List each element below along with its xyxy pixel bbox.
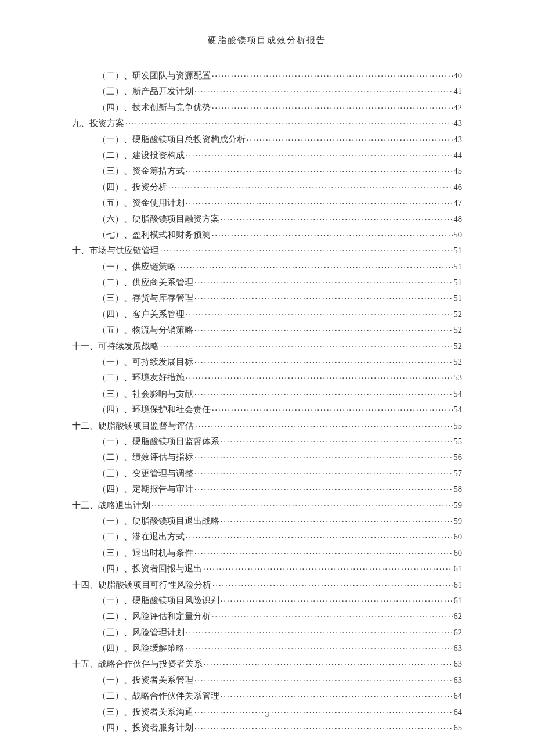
toc-leader-dots (186, 165, 453, 174)
toc-entry: （四）、投资分析46 (72, 182, 462, 192)
toc-entry-title: 十二、硬脂酸镁项目监督与评估 (72, 422, 194, 430)
toc-entry: （六）、硬脂酸镁项目融资方案48 (72, 214, 462, 224)
table-of-contents: （二）、研发团队与资源配置40（三）、新产品开发计划41（四）、技术创新与竞争优… (72, 70, 462, 732)
toc-leader-dots (186, 150, 453, 158)
toc-entry-title: （一）、硬脂酸镁项目监督体系 (98, 437, 219, 446)
toc-leader-dots (177, 261, 453, 269)
toc-entry-page: 62 (454, 628, 463, 637)
toc-leader-dots (221, 436, 453, 444)
toc-entry-title: （四）、定期报告与审计 (98, 485, 193, 494)
toc-leader-dots (194, 325, 453, 333)
toc-leader-dots (194, 277, 453, 285)
toc-entry-page: 48 (454, 215, 463, 224)
toc-leader-dots (212, 102, 453, 110)
toc-entry: （一）、供应链策略51 (72, 261, 462, 271)
toc-entry: （三）、资金筹措方式45 (72, 165, 462, 175)
toc-entry-page: 51 (454, 246, 463, 255)
toc-leader-dots (194, 484, 453, 492)
toc-leader-dots (204, 658, 453, 667)
toc-entry: （二）、研发团队与资源配置40 (72, 70, 462, 80)
toc-entry-page: 54 (454, 405, 463, 414)
toc-entry-title: （四）、投资者服务计划 (98, 723, 193, 732)
toc-entry-title: （四）、风险缓解策略 (98, 644, 185, 653)
toc-entry-title: （二）、绩效评估与指标 (98, 453, 193, 462)
toc-entry-page: 60 (454, 549, 463, 557)
toc-leader-dots (194, 86, 453, 94)
toc-entry: （二）、环境友好措施53 (72, 372, 462, 382)
toc-entry-page: 44 (454, 151, 463, 160)
toc-entry-title: （七）、盈利模式和财务预测 (98, 231, 211, 239)
toc-entry-page: 61 (454, 564, 463, 573)
toc-entry-title: （五）、资金使用计划 (98, 199, 185, 207)
toc-entry: （四）、客户关系管理52 (72, 309, 462, 319)
toc-leader-dots (212, 579, 453, 588)
toc-entry-page: 51 (454, 294, 463, 303)
toc-entry: （三）、变更管理与调整57 (72, 468, 462, 478)
toc-entry-title: 十一、可持续发展战略 (72, 342, 159, 351)
toc-entry-page: 53 (454, 373, 463, 382)
toc-leader-dots (186, 197, 453, 206)
toc-entry-title: （五）、物流与分销策略 (98, 326, 193, 334)
toc-leader-dots (160, 341, 453, 349)
toc-entry: 十一、可持续发展战略52 (72, 341, 462, 351)
toc-entry-page: 55 (454, 422, 463, 430)
toc-leader-dots (186, 309, 453, 317)
toc-entry-page: 52 (454, 342, 463, 351)
toc-leader-dots (194, 293, 453, 301)
toc-entry-title: 十四、硬脂酸镁项目可行性风险分析 (72, 581, 211, 589)
toc-entry-title: （三）、社会影响与贡献 (98, 390, 193, 398)
toc-entry-title: （三）、变更管理与调整 (98, 469, 193, 478)
toc-leader-dots (168, 182, 453, 190)
toc-entry-title: 十五、战略合作伙伴与投资者关系 (72, 660, 203, 668)
toc-entry: （二）、供应商关系管理51 (72, 277, 462, 287)
toc-entry: （二）、战略合作伙伴关系管理64 (72, 690, 462, 700)
toc-entry: （七）、盈利模式和财务预测50 (72, 229, 462, 239)
toc-entry-title: （三）、退出时机与条件 (98, 549, 193, 557)
toc-entry: （三）、风险管理计划62 (72, 627, 462, 637)
toc-entry-title: （六）、硬脂酸镁项目融资方案 (98, 215, 219, 224)
toc-entry-page: 51 (454, 278, 463, 287)
toc-leader-dots (186, 643, 453, 651)
toc-entry-page: 62 (454, 612, 463, 621)
toc-entry-title: （一）、硬脂酸镁项目风险识别 (98, 596, 219, 605)
toc-entry-page: 52 (454, 326, 463, 334)
toc-entry-title: （一）、投资者关系管理 (98, 676, 193, 685)
toc-entry: 十二、硬脂酸镁项目监督与评估55 (72, 420, 462, 430)
toc-entry: 十四、硬脂酸镁项目可行性风险分析61 (72, 579, 462, 589)
toc-entry-title: （四）、投资分析 (98, 183, 167, 192)
toc-entry: （三）、存货与库存管理51 (72, 293, 462, 303)
toc-entry: （一）、投资者关系管理63 (72, 675, 462, 685)
toc-leader-dots (212, 70, 453, 78)
toc-leader-dots (221, 595, 453, 603)
toc-entry: （三）、退出时机与条件60 (72, 548, 462, 557)
toc-entry-title: （一）、硬脂酸镁项目总投资构成分析 (98, 135, 246, 144)
toc-entry-page: 45 (454, 167, 463, 175)
toc-entry-title: （三）、存货与库存管理 (98, 294, 193, 303)
toc-entry: （四）、技术创新与竞争优势42 (72, 102, 462, 112)
toc-entry: （四）、定期报告与审计58 (72, 484, 462, 494)
toc-entry-title: （四）、技术创新与竞争优势 (98, 103, 211, 112)
toc-leader-dots (212, 611, 453, 619)
toc-entry-page: 55 (454, 437, 463, 446)
toc-entry-title: （三）、风险管理计划 (98, 628, 185, 637)
toc-entry: （一）、可持续发展目标52 (72, 357, 462, 366)
toc-leader-dots (186, 372, 453, 380)
toc-entry-page: 42 (454, 103, 463, 112)
toc-entry-page: 46 (454, 183, 463, 192)
toc-entry: （一）、硬脂酸镁项目总投资构成分析43 (72, 134, 462, 144)
toc-leader-dots (194, 722, 453, 730)
toc-entry: 十、市场与供应链管理51 (72, 245, 462, 255)
toc-entry: （二）、建设投资构成44 (72, 150, 462, 160)
toc-leader-dots (194, 468, 453, 476)
toc-entry-title: 九、投资方案 (72, 119, 124, 128)
toc-leader-dots (221, 214, 453, 222)
toc-entry-title: （二）、供应商关系管理 (98, 278, 193, 287)
toc-entry: （一）、硬脂酸镁项目风险识别61 (72, 595, 462, 605)
toc-leader-dots (247, 134, 453, 142)
toc-leader-dots (203, 563, 453, 571)
toc-entry-title: 十、市场与供应链管理 (72, 246, 159, 255)
toc-leader-dots (194, 357, 453, 365)
toc-leader-dots (186, 627, 453, 635)
toc-entry-page: 58 (454, 485, 463, 494)
toc-entry-page: 61 (454, 581, 463, 589)
